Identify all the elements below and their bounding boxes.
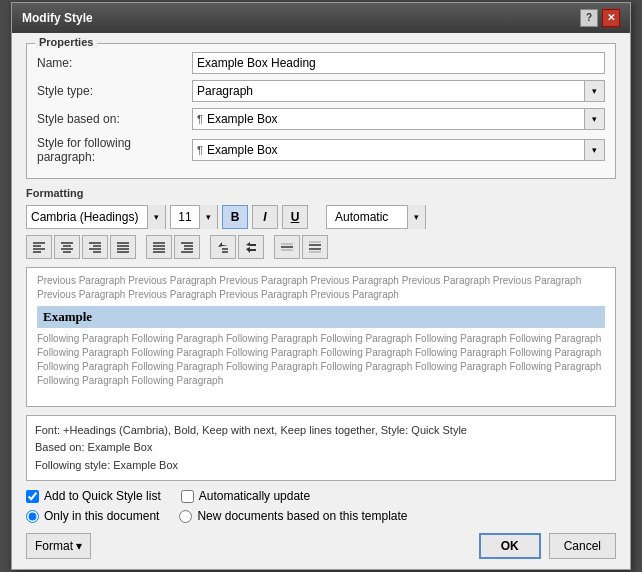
color-value[interactable]: Automatic [327, 210, 407, 224]
spacing-increase-button[interactable] [302, 235, 328, 259]
preview-box: Previous Paragraph Previous Paragraph Pr… [26, 267, 616, 407]
style-following-icon: ¶ [193, 144, 207, 156]
cancel-button[interactable]: Cancel [549, 533, 616, 559]
checkbox-row: Add to Quick Style list Automatically up… [26, 489, 616, 503]
style-following-value: Example Box [207, 143, 584, 157]
color-dropdown-arrow[interactable]: ▾ [407, 205, 425, 229]
justify-button[interactable] [110, 235, 136, 259]
format-row1: Cambria (Headings) ▾ 11 ▾ B I U Automati… [26, 205, 616, 229]
align-right-button[interactable] [82, 235, 108, 259]
desc-line1: Font: +Headings (Cambria), Bold, Keep wi… [35, 422, 607, 440]
formatting-section: Formatting Cambria (Headings) ▾ 11 ▾ B I… [26, 187, 616, 259]
preview-previous-text: Previous Paragraph Previous Paragraph Pr… [37, 274, 605, 302]
color-select-wrap: Automatic ▾ [326, 205, 426, 229]
preview-following-text: Following Paragraph Following Paragraph … [37, 332, 605, 388]
line-space2-button[interactable] [238, 235, 264, 259]
modify-style-dialog: Modify Style ? ✕ Properties Name: Style … [11, 2, 631, 571]
style-type-select-wrap: Paragraph ▾ [192, 80, 605, 102]
underline-button[interactable]: U [282, 205, 308, 229]
desc-line2: Based on: Example Box [35, 439, 607, 457]
bold-button[interactable]: B [222, 205, 248, 229]
dialog-buttons: OK Cancel [479, 533, 616, 559]
auto-update-item[interactable]: Automatically update [181, 489, 310, 503]
properties-group: Properties Name: Style type: Paragraph ▾… [26, 43, 616, 179]
font-dropdown-arrow[interactable]: ▾ [147, 205, 165, 229]
title-bar-buttons: ? ✕ [580, 9, 620, 27]
svg-marker-24 [218, 242, 228, 247]
ok-button[interactable]: OK [479, 533, 541, 559]
new-documents-item[interactable]: New documents based on this template [179, 509, 407, 523]
dialog-title: Modify Style [22, 11, 93, 25]
style-based-select[interactable]: ¶ Example Box [192, 108, 585, 130]
only-document-radio[interactable] [26, 510, 39, 523]
formatting-label: Formatting [26, 187, 616, 199]
description-box: Font: +Headings (Cambria), Bold, Keep wi… [26, 415, 616, 482]
format-button-label: Format ▾ [35, 539, 82, 553]
svg-marker-27 [246, 242, 256, 246]
desc-line3: Following style: Example Box [35, 457, 607, 475]
style-based-label: Style based on: [37, 112, 192, 126]
font-select-wrap: Cambria (Headings) ▾ [26, 205, 166, 229]
italic-button[interactable]: I [252, 205, 278, 229]
font-name[interactable]: Cambria (Headings) [27, 210, 147, 224]
size-dropdown-arrow[interactable]: ▾ [199, 205, 217, 229]
add-quick-style-checkbox[interactable] [26, 490, 39, 503]
auto-update-label: Automatically update [199, 489, 310, 503]
style-based-value: Example Box [207, 112, 584, 126]
name-input[interactable] [192, 52, 605, 74]
preview-example-text: Example [37, 306, 605, 328]
new-documents-label: New documents based on this template [197, 509, 407, 523]
dialog-body: Properties Name: Style type: Paragraph ▾… [12, 33, 630, 570]
add-quick-style-label: Add to Quick Style list [44, 489, 161, 503]
font-size[interactable]: 11 [171, 210, 199, 224]
radio-row: Only in this document New documents base… [26, 509, 616, 523]
indent-left-button[interactable] [146, 235, 172, 259]
style-following-dropdown-arrow[interactable]: ▾ [585, 139, 605, 161]
style-type-row: Style type: Paragraph ▾ [37, 80, 605, 102]
only-document-label: Only in this document [44, 509, 159, 523]
style-based-dropdown-arrow[interactable]: ▾ [585, 108, 605, 130]
align-row [26, 235, 616, 259]
align-left-button[interactable] [26, 235, 52, 259]
new-documents-radio[interactable] [179, 510, 192, 523]
properties-label: Properties [35, 36, 97, 48]
name-label: Name: [37, 56, 192, 70]
style-following-label: Style for following paragraph: [37, 136, 192, 164]
only-document-item[interactable]: Only in this document [26, 509, 159, 523]
svg-marker-28 [246, 247, 256, 253]
bottom-row: Format ▾ OK Cancel [26, 533, 616, 559]
spacing-decrease-button[interactable] [274, 235, 300, 259]
style-based-icon: ¶ [193, 113, 207, 125]
indent-right-button[interactable] [174, 235, 200, 259]
style-following-row: Style for following paragraph: ¶ Example… [37, 136, 605, 164]
style-following-select[interactable]: ¶ Example Box [192, 139, 585, 161]
format-button[interactable]: Format ▾ [26, 533, 91, 559]
auto-update-checkbox[interactable] [181, 490, 194, 503]
style-type-dropdown-arrow[interactable]: ▾ [585, 80, 605, 102]
help-button[interactable]: ? [580, 9, 598, 27]
title-bar: Modify Style ? ✕ [12, 3, 630, 33]
style-type-value[interactable]: Paragraph [192, 80, 585, 102]
style-based-row: Style based on: ¶ Example Box ▾ [37, 108, 605, 130]
style-type-label: Style type: [37, 84, 192, 98]
add-quick-style-item[interactable]: Add to Quick Style list [26, 489, 161, 503]
line-space1-button[interactable] [210, 235, 236, 259]
align-center-button[interactable] [54, 235, 80, 259]
size-select-wrap: 11 ▾ [170, 205, 218, 229]
name-row: Name: [37, 52, 605, 74]
close-button[interactable]: ✕ [602, 9, 620, 27]
